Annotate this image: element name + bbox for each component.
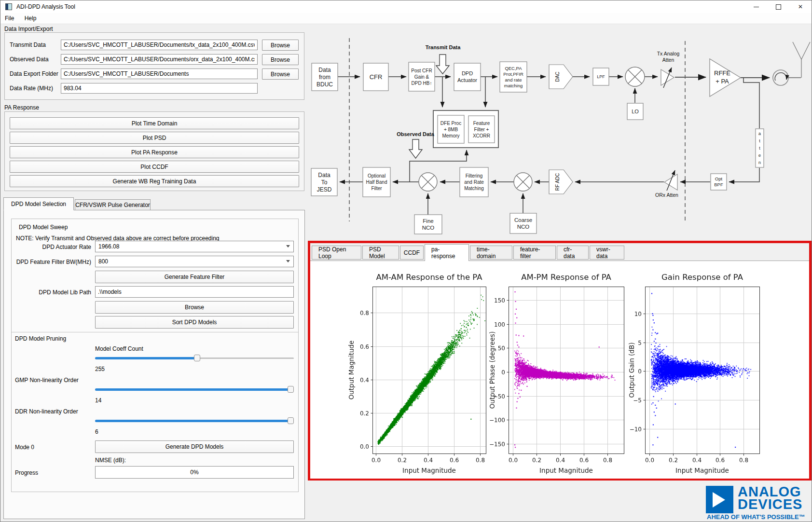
model-coeff-slider[interactable] bbox=[95, 355, 294, 361]
tab-vswr-data[interactable]: vswr-data bbox=[590, 246, 624, 260]
plot-time-domain-button[interactable]: Plot Time Domain bbox=[10, 117, 299, 129]
minimize-icon bbox=[754, 7, 759, 7]
tab-psd-model[interactable]: PSD Model bbox=[362, 246, 399, 260]
tab-time-domain[interactable]: time-domain bbox=[470, 246, 512, 260]
observed-data-field[interactable] bbox=[61, 54, 258, 65]
minimize-button[interactable] bbox=[745, 0, 767, 13]
generate-dpd-models-button[interactable]: Generate DPD Models bbox=[95, 440, 294, 453]
svg-text:Actuator: Actuator bbox=[457, 77, 477, 83]
qec-pa-prot-pfir: QEC,PAProt,PFIRand ratematching bbox=[500, 62, 527, 92]
svg-text:QEC,PA: QEC,PA bbox=[505, 66, 522, 71]
transmit-data-field[interactable] bbox=[61, 40, 258, 50]
ddr-order-label: DDR Non-linearity Order bbox=[15, 408, 78, 415]
maximize-button[interactable] bbox=[767, 0, 789, 13]
svg-text:and rate: and rate bbox=[505, 77, 522, 82]
svg-text:BDUC: BDUC bbox=[317, 81, 333, 88]
svg-text:DAC: DAC bbox=[555, 71, 560, 82]
svg-text:Prot,PFIR: Prot,PFIR bbox=[503, 71, 523, 77]
mode-label: Mode 0 bbox=[15, 444, 34, 451]
observed-data-label: Observed Data bbox=[10, 56, 49, 63]
svg-text:Filter: Filter bbox=[371, 186, 382, 191]
svg-text:Post CFR: Post CFR bbox=[411, 68, 432, 73]
divider bbox=[12, 332, 298, 332]
chevron-down-icon bbox=[286, 260, 290, 262]
data-rate-field[interactable] bbox=[61, 83, 258, 94]
svg-text:BPF: BPF bbox=[714, 182, 723, 187]
svg-text:n: n bbox=[758, 160, 761, 165]
observed-data-label: Observed Data bbox=[397, 131, 435, 137]
window-title: ADI-DPD Analysis Tool bbox=[16, 3, 75, 10]
atten-vertical: atten bbox=[756, 129, 764, 167]
lib-path-label: DPD Model Lib Path bbox=[10, 289, 91, 296]
menu-help[interactable]: Help bbox=[20, 13, 41, 22]
rffe-pa-label: RFFE+ PA bbox=[714, 69, 730, 85]
gmp-order-slider[interactable] bbox=[95, 386, 294, 393]
observed-browse-button[interactable]: Browse bbox=[262, 54, 299, 65]
tab-cfr-vswr-pulse-generator[interactable]: CFR/VSWR Pulse Generator bbox=[75, 199, 151, 210]
section-data-import-export: Data Import/Export bbox=[4, 26, 53, 32]
title-bar: ADI-DPD Analysis Tool ✕ bbox=[0, 0, 812, 13]
svg-text:t: t bbox=[759, 146, 760, 151]
feature-filter-xcorr: FeatureFilter +XCORR bbox=[468, 116, 495, 143]
tab-feature-filter[interactable]: feature-filter bbox=[513, 246, 556, 260]
svg-text:Data: Data bbox=[318, 172, 330, 179]
menu-file[interactable]: File bbox=[0, 13, 18, 22]
ddr-order-slider[interactable] bbox=[95, 417, 294, 424]
transmit-data-label: Transmit Data bbox=[10, 41, 46, 48]
svg-text:RF ADC: RF ADC bbox=[555, 173, 560, 191]
tab-pa-response[interactable]: pa-response bbox=[425, 244, 469, 261]
svg-text:Matching: Matching bbox=[464, 186, 484, 191]
lo: LO bbox=[627, 103, 643, 120]
tab-dpd-model-selection[interactable]: DPD Model Selection bbox=[3, 197, 74, 210]
svg-text:+ PA: + PA bbox=[716, 78, 729, 85]
dpd-model-pruning-label: DPD Model Pruning bbox=[15, 335, 66, 342]
tab-psd-open-loop[interactable]: PSD Open Loop bbox=[312, 246, 361, 260]
svg-text:Optional: Optional bbox=[368, 173, 385, 179]
close-button[interactable]: ✕ bbox=[789, 0, 812, 13]
lib-path-field[interactable] bbox=[95, 286, 294, 298]
generate-feature-filter-button[interactable]: Generate Feature Filter bbox=[95, 271, 294, 283]
app-window: ADI-DPD Analysis Tool ✕ File Help Data I… bbox=[0, 0, 812, 522]
svg-text:CFR: CFR bbox=[370, 73, 383, 81]
progress-label: Progress bbox=[15, 469, 38, 476]
chevron-down-icon bbox=[286, 245, 290, 247]
export-browse-button[interactable]: Browse bbox=[262, 69, 299, 80]
transmit-data-label: Transmit Data bbox=[426, 44, 461, 50]
svg-text:e: e bbox=[758, 153, 761, 158]
plot-canvas-area bbox=[310, 261, 809, 478]
dac-icon bbox=[549, 65, 573, 89]
maximize-icon bbox=[776, 4, 781, 10]
plot-psd-button[interactable]: Plot PSD bbox=[10, 132, 299, 144]
svg-text:Filter +: Filter + bbox=[474, 127, 489, 132]
plot-ccdf-button[interactable]: Plot CCDF bbox=[10, 161, 299, 173]
svg-text:To: To bbox=[321, 179, 328, 186]
actuator-rate-combobox[interactable]: 1966.08 bbox=[95, 241, 294, 252]
dac-label: DAC bbox=[555, 71, 560, 82]
svg-text:LO: LO bbox=[632, 109, 639, 114]
feature-bw-label: DPD Feature Filter BW(MHz) bbox=[10, 259, 91, 265]
sort-dpd-models-button[interactable]: Sort DPD Models bbox=[95, 316, 294, 329]
fine-nco: FineNCO bbox=[414, 215, 442, 234]
feature-bw-combobox[interactable]: 800 bbox=[95, 256, 294, 267]
svg-text:NCO: NCO bbox=[517, 224, 530, 230]
tab-ccdf[interactable]: CCDF bbox=[400, 246, 424, 260]
rf-adc-icon bbox=[549, 170, 573, 194]
post-cfr-gain-dpd-hb: Post CFRGain &DPD HB↑ bbox=[409, 62, 435, 91]
svg-text:DFE Proc: DFE Proc bbox=[440, 121, 461, 126]
generate-wb-reg-button[interactable]: Generate WB Reg Training Data bbox=[10, 175, 299, 187]
svg-text:XCORR: XCORR bbox=[473, 133, 490, 138]
svg-text:Coarse: Coarse bbox=[514, 217, 532, 223]
svg-text:RFFE: RFFE bbox=[714, 69, 730, 77]
am-pm-chart bbox=[486, 261, 626, 479]
svg-text:Data: Data bbox=[318, 67, 331, 73]
logo-tagline: AHEAD OF WHAT'S POSSIBLE™ bbox=[707, 513, 805, 521]
progress-bar: 0% bbox=[95, 466, 294, 479]
tab-cfr-data[interactable]: cfr-data bbox=[557, 246, 589, 260]
export-folder-field[interactable] bbox=[61, 69, 258, 79]
lib-browse-button[interactable]: Browse bbox=[95, 301, 294, 314]
svg-text:Feature: Feature bbox=[473, 121, 490, 126]
transmit-browse-button[interactable]: Browse bbox=[262, 40, 299, 51]
plot-pa-response-button[interactable]: Plot PA Response bbox=[10, 146, 299, 158]
mixer-icons bbox=[419, 67, 645, 191]
svg-text:JESD: JESD bbox=[317, 186, 332, 193]
